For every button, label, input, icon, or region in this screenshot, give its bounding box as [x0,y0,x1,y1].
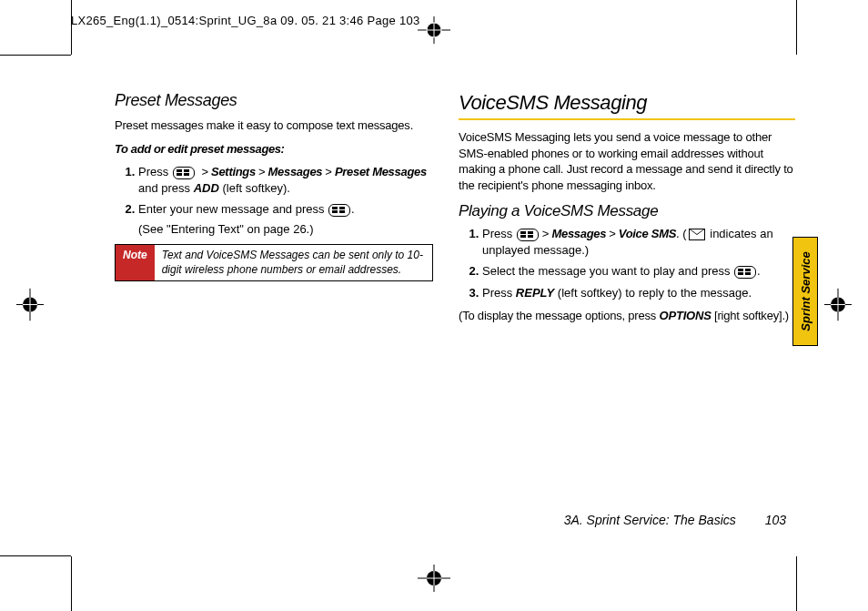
softkey-label: OPTIONS [660,309,712,322]
text: (To display the message options, press [459,309,660,322]
crop-mark [71,556,72,611]
registration-mark-icon [418,565,450,595]
print-header-info: LX265_Eng(1.1)_0514:Sprint_UG_8a 09. 05.… [71,14,420,27]
softkey-label: ADD [194,181,219,195]
preset-step-2: Enter your new message and press . (See … [138,201,433,237]
left-column: Preset Messages Preset messages make it … [115,91,433,538]
text: (left softkey) to reply to the message. [554,286,752,300]
voicesms-steps: Press MessagesVoice SMS. ( indicates an … [459,226,795,300]
page-number: 103 [765,513,786,527]
preset-lead: To add or edit preset messages: [115,141,433,158]
text: Press [482,227,516,240]
voicesms-step-3: Press REPLY (left softkey) to reply to t… [482,285,795,301]
ok-key-icon [734,266,756,279]
voicesms-step-2: Select the message you want to play and … [482,263,795,280]
right-column: VoiceSMS Messaging VoiceSMS Messaging le… [459,91,795,538]
registration-mark-icon [16,288,44,323]
envelope-icon [689,229,705,240]
side-tab: Sprint Service [792,237,818,346]
page-content: Preset Messages Preset messages make it … [115,91,806,538]
heading-voicesms: VoiceSMS Messaging [459,91,795,115]
ok-key-icon [517,229,539,241]
text-reference: (See "Entering Text" on page 26.) [138,221,433,238]
menu-path: Settings [211,165,256,178]
preset-step-1: Press SettingsMessagesPreset Messages an… [138,164,433,196]
menu-path: Preset Messages [335,165,427,178]
note-text: Text and VoiceSMS Messages can be sent o… [155,245,432,280]
registration-mark-icon [418,16,450,46]
voicesms-postnote: (To display the message options, press O… [459,308,795,324]
menu-path: Voice SMS [619,227,676,240]
heading-preset-messages: Preset Messages [115,91,433,110]
note-box: Note Text and VoiceSMS Messages can be s… [115,244,433,281]
text: . [757,264,761,278]
side-tab-label: Sprint Service [799,251,812,331]
voicesms-step-1: Press MessagesVoice SMS. ( indicates an … [482,226,795,258]
crop-mark [0,555,71,556]
crop-mark [796,556,797,611]
menu-path: Messages [551,227,606,240]
text: . ( [676,227,687,240]
section-rule [459,118,795,120]
crop-mark [71,0,72,55]
text: and press [138,181,194,195]
crop-mark [796,0,797,55]
preset-steps: Press SettingsMessagesPreset Messages an… [115,164,433,237]
page-footer: 3A. Sprint Service: The Basics 103 [564,513,786,527]
text: (left softkey). [219,181,290,195]
text: [right softkey].) [712,309,789,322]
registration-mark-icon [824,288,852,323]
softkey-label: REPLY [516,286,554,300]
text: Select the message you want to play and … [482,264,733,278]
heading-playing-voicesms: Playing a VoiceSMS Message [459,202,795,220]
text: . [351,202,355,216]
voicesms-intro: VoiceSMS Messaging lets you send a voice… [459,129,795,193]
crop-mark [0,55,71,56]
text: Press [138,165,172,178]
note-label: Note [116,245,155,280]
footer-section: 3A. Sprint Service: The Basics [564,513,736,527]
text: Press [482,286,516,300]
text: Enter your new message and press [138,202,328,216]
menu-path: Messages [268,165,323,178]
preset-intro: Preset messages make it easy to compose … [115,117,433,134]
ok-key-icon [173,167,195,179]
ok-key-icon [328,204,350,217]
